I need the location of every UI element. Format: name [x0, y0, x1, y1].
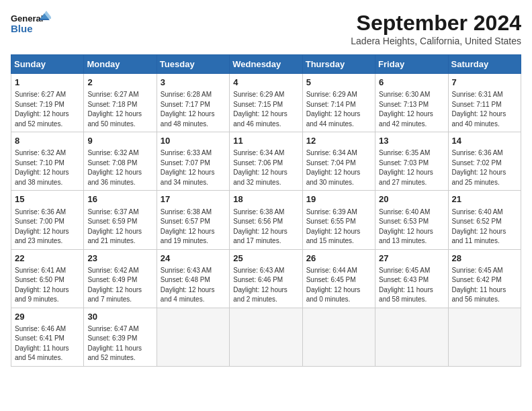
day-info: Sunrise: 6:45 AMSunset: 6:42 PMDaylight:…: [452, 266, 517, 305]
day-info: Sunrise: 6:46 AMSunset: 6:41 PMDaylight:…: [15, 324, 80, 363]
day-info: Sunrise: 6:40 AMSunset: 6:52 PMDaylight:…: [452, 208, 517, 246]
day-number: 13: [379, 135, 444, 147]
day-number: 2: [87, 77, 152, 89]
col-header-sunday: Sunday: [11, 55, 84, 74]
calendar-cell: 16Sunrise: 6:37 AMSunset: 6:59 PMDayligh…: [84, 191, 157, 249]
calendar-cell: 23Sunrise: 6:42 AMSunset: 6:49 PMDayligh…: [84, 249, 157, 308]
day-info: Sunrise: 6:28 AMSunset: 7:17 PMDaylight:…: [161, 90, 226, 129]
col-header-tuesday: Tuesday: [157, 55, 229, 74]
calendar-cell: 5Sunrise: 6:29 AMSunset: 7:14 PMDaylight…: [302, 74, 375, 132]
calendar-cell: 21Sunrise: 6:40 AMSunset: 6:52 PMDayligh…: [448, 191, 521, 249]
day-number: 27: [379, 253, 444, 265]
month-title: September 2024: [351, 11, 521, 36]
day-info: Sunrise: 6:29 AMSunset: 7:15 PMDaylight:…: [233, 90, 298, 129]
day-info: Sunrise: 6:34 AMSunset: 7:04 PMDaylight:…: [306, 148, 371, 187]
day-number: 26: [306, 253, 371, 265]
day-info: Sunrise: 6:27 AMSunset: 7:18 PMDaylight:…: [87, 90, 152, 129]
calendar-cell: 20Sunrise: 6:40 AMSunset: 6:53 PMDayligh…: [375, 191, 448, 249]
calendar-table: SundayMondayTuesdayWednesdayThursdayFrid…: [11, 54, 521, 367]
day-info: Sunrise: 6:42 AMSunset: 6:49 PMDaylight:…: [87, 266, 152, 305]
col-header-thursday: Thursday: [302, 55, 375, 74]
calendar-cell: 25Sunrise: 6:43 AMSunset: 6:46 PMDayligh…: [230, 249, 302, 308]
day-info: Sunrise: 6:45 AMSunset: 6:43 PMDaylight:…: [379, 266, 444, 305]
day-number: 16: [87, 193, 152, 205]
day-number: 25: [233, 253, 298, 265]
calendar-cell: 10Sunrise: 6:33 AMSunset: 7:07 PMDayligh…: [157, 132, 229, 191]
day-info: Sunrise: 6:43 AMSunset: 6:48 PMDaylight:…: [161, 266, 226, 305]
calendar-cell: 12Sunrise: 6:34 AMSunset: 7:04 PMDayligh…: [302, 132, 375, 191]
day-info: Sunrise: 6:27 AMSunset: 7:19 PMDaylight:…: [15, 90, 80, 129]
calendar-cell: 14Sunrise: 6:36 AMSunset: 7:02 PMDayligh…: [448, 132, 521, 191]
day-number: 6: [379, 77, 444, 89]
day-info: Sunrise: 6:36 AMSunset: 7:02 PMDaylight:…: [452, 148, 517, 187]
day-number: 8: [15, 135, 80, 147]
logo: General Blue: [11, 11, 51, 41]
day-info: Sunrise: 6:33 AMSunset: 7:07 PMDaylight:…: [161, 148, 226, 187]
svg-text:General: General: [11, 13, 43, 24]
day-number: 23: [87, 253, 152, 265]
location-subtitle: Ladera Heights, California, United State…: [351, 36, 521, 46]
calendar-week-row: 29Sunrise: 6:46 AMSunset: 6:41 PMDayligh…: [11, 308, 521, 366]
day-number: 3: [161, 77, 226, 89]
day-number: 17: [161, 193, 226, 205]
calendar-cell: [230, 308, 302, 366]
calendar-cell: 3Sunrise: 6:28 AMSunset: 7:17 PMDaylight…: [157, 74, 229, 132]
day-number: 30: [87, 311, 152, 323]
day-info: Sunrise: 6:43 AMSunset: 6:46 PMDaylight:…: [233, 266, 298, 305]
page-header: General Blue September 2024 Ladera Heigh…: [11, 11, 521, 46]
calendar-cell: 7Sunrise: 6:31 AMSunset: 7:11 PMDaylight…: [448, 74, 521, 132]
day-info: Sunrise: 6:44 AMSunset: 6:45 PMDaylight:…: [306, 266, 371, 305]
day-info: Sunrise: 6:32 AMSunset: 7:08 PMDaylight:…: [87, 148, 152, 187]
day-number: 14: [452, 135, 517, 147]
day-number: 28: [452, 253, 517, 265]
calendar-cell: 2Sunrise: 6:27 AMSunset: 7:18 PMDaylight…: [84, 74, 157, 132]
calendar-week-row: 8Sunrise: 6:32 AMSunset: 7:10 PMDaylight…: [11, 132, 521, 191]
day-number: 19: [306, 193, 371, 205]
calendar-cell: 24Sunrise: 6:43 AMSunset: 6:48 PMDayligh…: [157, 249, 229, 308]
day-number: 24: [161, 253, 226, 265]
col-header-monday: Monday: [84, 55, 157, 74]
col-header-friday: Friday: [375, 55, 448, 74]
calendar-cell: 27Sunrise: 6:45 AMSunset: 6:43 PMDayligh…: [375, 249, 448, 308]
col-header-saturday: Saturday: [448, 55, 521, 74]
calendar-cell: [448, 308, 521, 366]
day-number: 15: [15, 193, 80, 205]
calendar-cell: 29Sunrise: 6:46 AMSunset: 6:41 PMDayligh…: [11, 308, 84, 366]
calendar-week-row: 15Sunrise: 6:36 AMSunset: 7:00 PMDayligh…: [11, 191, 521, 249]
calendar-cell: [157, 308, 229, 366]
day-number: 11: [233, 135, 298, 147]
title-block: September 2024 Ladera Heights, Californi…: [351, 11, 521, 46]
calendar-cell: 1Sunrise: 6:27 AMSunset: 7:19 PMDaylight…: [11, 74, 84, 132]
day-info: Sunrise: 6:37 AMSunset: 6:59 PMDaylight:…: [87, 208, 152, 246]
day-number: 5: [306, 77, 371, 89]
calendar-cell: 22Sunrise: 6:41 AMSunset: 6:50 PMDayligh…: [11, 249, 84, 308]
calendar-cell: 19Sunrise: 6:39 AMSunset: 6:55 PMDayligh…: [302, 191, 375, 249]
calendar-cell: 11Sunrise: 6:34 AMSunset: 7:06 PMDayligh…: [230, 132, 302, 191]
svg-text:Blue: Blue: [11, 23, 33, 34]
calendar-header-row: SundayMondayTuesdayWednesdayThursdayFrid…: [11, 55, 521, 74]
day-number: 22: [15, 253, 80, 265]
day-info: Sunrise: 6:36 AMSunset: 7:00 PMDaylight:…: [15, 208, 80, 246]
calendar-cell: 9Sunrise: 6:32 AMSunset: 7:08 PMDaylight…: [84, 132, 157, 191]
day-info: Sunrise: 6:38 AMSunset: 6:56 PMDaylight:…: [233, 208, 298, 246]
calendar-cell: 18Sunrise: 6:38 AMSunset: 6:56 PMDayligh…: [230, 191, 302, 249]
calendar-cell: 4Sunrise: 6:29 AMSunset: 7:15 PMDaylight…: [230, 74, 302, 132]
calendar-cell: 30Sunrise: 6:47 AMSunset: 6:39 PMDayligh…: [84, 308, 157, 366]
day-number: 4: [233, 77, 298, 89]
calendar-cell: [302, 308, 375, 366]
day-info: Sunrise: 6:40 AMSunset: 6:53 PMDaylight:…: [379, 208, 444, 246]
day-info: Sunrise: 6:31 AMSunset: 7:11 PMDaylight:…: [452, 90, 517, 129]
calendar-cell: 15Sunrise: 6:36 AMSunset: 7:00 PMDayligh…: [11, 191, 84, 249]
calendar-week-row: 22Sunrise: 6:41 AMSunset: 6:50 PMDayligh…: [11, 249, 521, 308]
day-info: Sunrise: 6:29 AMSunset: 7:14 PMDaylight:…: [306, 90, 371, 129]
calendar-cell: 6Sunrise: 6:30 AMSunset: 7:13 PMDaylight…: [375, 74, 448, 132]
calendar-cell: 28Sunrise: 6:45 AMSunset: 6:42 PMDayligh…: [448, 249, 521, 308]
day-info: Sunrise: 6:35 AMSunset: 7:03 PMDaylight:…: [379, 148, 444, 187]
calendar-cell: 13Sunrise: 6:35 AMSunset: 7:03 PMDayligh…: [375, 132, 448, 191]
day-number: 9: [87, 135, 152, 147]
calendar-cell: 17Sunrise: 6:38 AMSunset: 6:57 PMDayligh…: [157, 191, 229, 249]
calendar-cell: [375, 308, 448, 366]
day-number: 29: [15, 311, 80, 323]
calendar-week-row: 1Sunrise: 6:27 AMSunset: 7:19 PMDaylight…: [11, 74, 521, 132]
day-number: 12: [306, 135, 371, 147]
